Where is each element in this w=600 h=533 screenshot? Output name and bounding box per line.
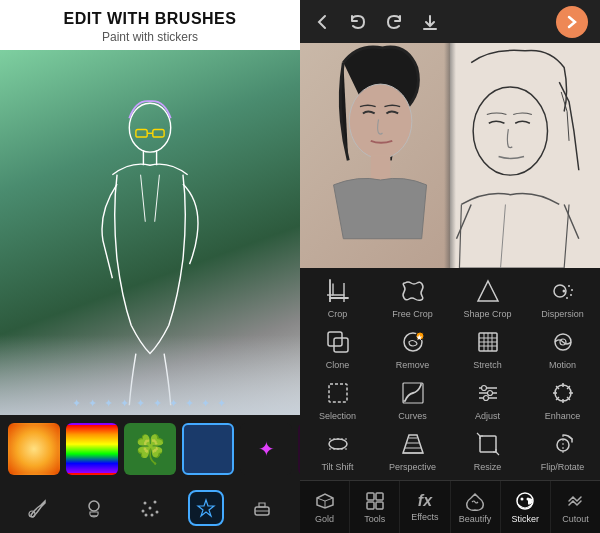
enhance-icon	[548, 378, 578, 408]
tools-nav-item[interactable]: Tools	[350, 481, 400, 533]
sticker-thumb-rainbow[interactable]	[66, 423, 118, 475]
bottom-nav: Gold Tools fx Effects	[300, 480, 600, 533]
enhance-tool[interactable]: Enhance	[525, 374, 600, 425]
brush-tools-bar	[0, 483, 300, 533]
crop-label: Crop	[328, 309, 348, 319]
svg-rect-1	[136, 130, 147, 138]
svg-point-50	[481, 386, 486, 391]
gold-nav-item[interactable]: Gold	[300, 481, 350, 533]
sticker-thumb-gold[interactable]	[8, 423, 60, 475]
forward-button[interactable]	[556, 6, 588, 38]
sticker-nav-item[interactable]: Sticker	[501, 481, 551, 533]
tilt-shift-label: Tilt Shift	[321, 462, 353, 472]
motion-icon	[548, 327, 578, 357]
clone-tool[interactable]: Clone	[300, 323, 375, 374]
selection-icon	[323, 378, 353, 408]
effects-nav-label: Effects	[411, 512, 438, 522]
remove-label: Remove	[396, 360, 430, 370]
svg-rect-2	[153, 130, 164, 138]
redo-button[interactable]	[384, 12, 404, 32]
brush-selected-button[interactable]	[188, 490, 224, 526]
sticker-thumb-clover[interactable]: 🍀	[124, 423, 176, 475]
remove-tool[interactable]: ★ Remove	[375, 323, 450, 374]
beautify-nav-item[interactable]: Beautify	[451, 481, 501, 533]
stretch-icon	[473, 327, 503, 357]
sticker-thumb-sparkle[interactable]: ✦	[240, 423, 292, 475]
back-button[interactable]	[312, 12, 332, 32]
perspective-tool[interactable]: Perspective	[375, 425, 450, 476]
paint-brush-button[interactable]	[20, 490, 56, 526]
svg-rect-73	[367, 493, 374, 500]
tools-grid: Crop Free Crop Shape Crop	[300, 268, 600, 480]
svg-point-7	[144, 502, 147, 505]
download-button[interactable]	[420, 12, 440, 32]
adjust-icon	[473, 378, 503, 408]
svg-point-11	[156, 511, 159, 514]
svg-point-27	[570, 294, 572, 296]
crop-tool[interactable]: Crop	[300, 272, 375, 323]
sticker-thumb-blue-selected[interactable]	[182, 423, 234, 475]
svg-point-25	[568, 285, 570, 287]
tools-nav-label: Tools	[364, 514, 385, 524]
tilt-shift-icon	[323, 429, 353, 459]
adjust-label: Adjust	[475, 411, 500, 421]
svg-point-9	[142, 510, 145, 513]
svg-point-28	[566, 297, 568, 299]
sticker-row: 🍀 ✦ ❋	[0, 415, 300, 483]
sticker-thumb-dark[interactable]: ❋	[298, 423, 300, 475]
curves-tool[interactable]: Curves	[375, 374, 450, 425]
resize-label: Resize	[474, 462, 502, 472]
left-header: EDIT WITH BRUSHES Paint with stickers	[44, 0, 257, 50]
tilt-shift-tool[interactable]: Tilt Shift	[300, 425, 375, 476]
tools-icon	[364, 490, 386, 512]
dispersion-tool[interactable]: Dispersion	[525, 272, 600, 323]
clone-icon	[323, 327, 353, 357]
svg-rect-75	[367, 502, 374, 509]
clone-label: Clone	[326, 360, 350, 370]
svg-point-5	[89, 501, 99, 511]
selection-label: Selection	[319, 411, 356, 421]
erase-button[interactable]	[244, 490, 280, 526]
resize-icon	[473, 429, 503, 459]
shape-crop-icon	[473, 276, 503, 306]
svg-point-8	[154, 501, 157, 504]
svg-point-51	[487, 391, 492, 396]
gold-nav-label: Gold	[315, 514, 334, 524]
stretch-tool[interactable]: Stretch	[450, 323, 525, 374]
svg-rect-69	[480, 436, 496, 452]
right-image-area	[300, 43, 600, 268]
enhance-label: Enhance	[545, 411, 581, 421]
cutout-nav-item[interactable]: Cutout	[551, 481, 600, 533]
svg-rect-74	[376, 493, 383, 500]
sticker-nav-label: Sticker	[512, 514, 540, 524]
flip-rotate-tool[interactable]: Flip/Rotate	[525, 425, 600, 476]
svg-point-0	[129, 103, 170, 152]
remove-icon: ★	[398, 327, 428, 357]
stamp-button[interactable]	[76, 490, 112, 526]
undo-button[interactable]	[348, 12, 368, 32]
selection-tool[interactable]: Selection	[300, 374, 375, 425]
cutout-nav-label: Cutout	[562, 514, 589, 524]
adjust-tool[interactable]: Adjust	[450, 374, 525, 425]
stretch-label: Stretch	[473, 360, 502, 370]
free-crop-tool[interactable]: Free Crop	[375, 272, 450, 323]
svg-rect-43	[329, 384, 347, 402]
motion-tool[interactable]: Motion	[525, 323, 600, 374]
flip-rotate-label: Flip/Rotate	[541, 462, 585, 472]
svg-marker-14	[198, 500, 214, 516]
left-image: ✦ ✦ ✦ ✦ ✦ ✦ ✦ ✦ ✦ ✦	[0, 50, 300, 415]
motion-label: Motion	[549, 360, 576, 370]
effects-icon: fx	[418, 492, 432, 510]
scatter-button[interactable]	[132, 490, 168, 526]
resize-tool[interactable]: Resize	[450, 425, 525, 476]
perspective-label: Perspective	[389, 462, 436, 472]
left-panel: EDIT WITH BRUSHES Paint with stickers	[0, 0, 300, 533]
beautify-nav-label: Beautify	[459, 514, 492, 524]
svg-point-12	[151, 514, 154, 517]
effects-nav-item[interactable]: fx Effects	[400, 481, 450, 533]
svg-rect-76	[376, 502, 383, 509]
svg-text:★: ★	[416, 334, 423, 341]
shape-crop-tool[interactable]: Shape Crop	[450, 272, 525, 323]
free-crop-label: Free Crop	[392, 309, 433, 319]
shape-crop-label: Shape Crop	[463, 309, 511, 319]
